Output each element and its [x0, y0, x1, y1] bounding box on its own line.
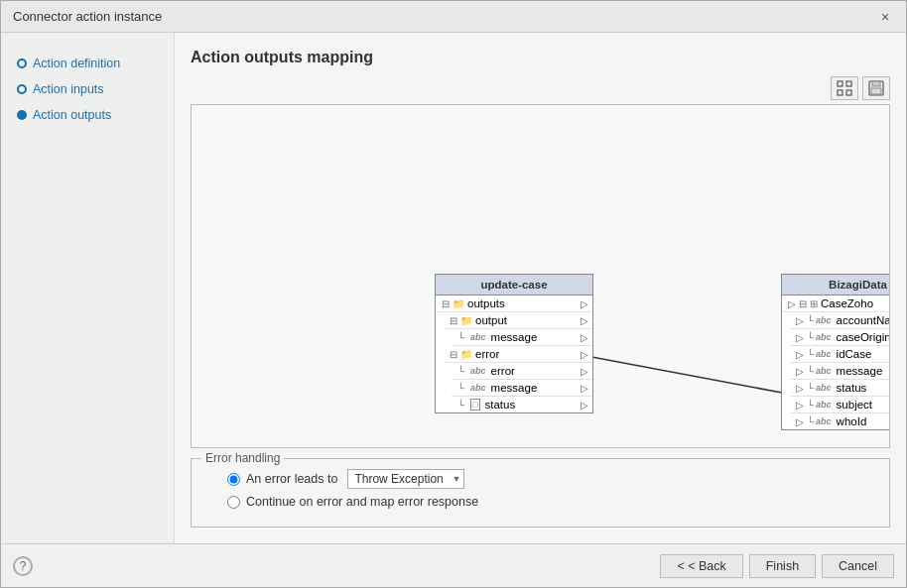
- abc-icon: abc: [816, 383, 832, 393]
- sidebar: Action definition Action inputs Action o…: [1, 33, 175, 543]
- table-row: └ abc message ▷: [452, 329, 592, 346]
- spacer: └: [807, 400, 814, 411]
- close-button[interactable]: ×: [876, 8, 894, 26]
- arrow-icon: ▷: [581, 315, 588, 326]
- footer: ? < < Back Finish Cancel: [1, 543, 906, 587]
- sidebar-item-action-definition[interactable]: Action definition: [11, 53, 164, 74]
- radio2-label: Continue on error and map error response: [246, 495, 478, 509]
- arrow-left-icon: ▷: [796, 315, 804, 326]
- error-handling-section: Error handling An error leads to Throw E…: [191, 458, 890, 528]
- arrow-icon: ▷: [581, 400, 588, 411]
- svg-rect-3: [846, 90, 851, 95]
- row-label: message: [837, 365, 883, 377]
- row-label: caseOrigin: [837, 331, 890, 343]
- arrow-icon: ▷: [581, 349, 588, 360]
- table-row: ▷ └ abc caseOrigin: [790, 329, 890, 346]
- arrow-left-icon: ▷: [796, 349, 804, 360]
- arrow-icon: ▷: [581, 298, 588, 309]
- table-row: ⊟ 📁 outputs ▷: [436, 295, 592, 312]
- radio-row-1: An error leads to Throw Exception Catch …: [227, 469, 873, 489]
- table-row: └ abc error ▷: [452, 363, 592, 380]
- error-handling-legend: Error handling: [201, 451, 284, 465]
- right-table-header: BizagiData: [782, 275, 890, 295]
- folder-icon: 📁: [453, 298, 464, 309]
- spacer: └: [807, 366, 814, 377]
- radio-row-2: Continue on error and map error response: [227, 495, 873, 509]
- row-label: CaseZoho: [821, 297, 873, 309]
- arrow-icon: ▷: [581, 332, 588, 343]
- folder-icon: 📁: [460, 349, 472, 360]
- dropdown-wrapper: Throw Exception Catch Exception Ignore: [337, 469, 464, 489]
- spacer: └: [457, 366, 464, 377]
- sidebar-item-action-outputs[interactable]: Action outputs: [11, 104, 164, 126]
- spacer: └: [807, 332, 814, 343]
- row-label: message: [491, 331, 538, 343]
- expand-icon: ⊟: [450, 349, 457, 360]
- left-table-header: update-case: [436, 275, 592, 295]
- row-label: status: [485, 399, 516, 411]
- help-button[interactable]: ?: [13, 556, 33, 576]
- footer-buttons: < < Back Finish Cancel: [660, 554, 894, 578]
- row-label: whoId: [837, 415, 867, 427]
- expand-icon: ⊟: [450, 315, 457, 326]
- back-button[interactable]: < < Back: [660, 554, 742, 578]
- table-row: ▷ ⊟ ⊞ CaseZoho: [782, 295, 890, 312]
- row-label: accountName: [837, 314, 890, 326]
- cancel-button[interactable]: Cancel: [822, 554, 894, 578]
- table-row: ▷ └ abc status: [790, 380, 890, 397]
- box-icon: □: [470, 399, 479, 411]
- dialog: Connector action instance × Action defin…: [0, 0, 907, 588]
- table-row: ▷ └ abc accountName: [790, 312, 890, 329]
- table-row: ⊟ 📁 error ▷: [444, 346, 592, 363]
- abc-icon: abc: [470, 332, 486, 342]
- folder-icon: 📁: [460, 315, 472, 326]
- expand-icon: ⊟: [799, 298, 807, 309]
- expand-icon: ⊟: [442, 298, 450, 309]
- expand-icon[interactable]: [831, 76, 858, 100]
- arrow-icon: ▷: [581, 383, 588, 394]
- table-row: ▷ └ abc whoId: [790, 413, 890, 429]
- expand-svg: [837, 80, 852, 96]
- svg-rect-1: [846, 81, 851, 86]
- abc-icon: abc: [816, 416, 832, 426]
- table-row: ⊟ 📁 output ▷: [444, 312, 592, 329]
- abc-icon: abc: [470, 366, 486, 376]
- row-label: message: [491, 382, 538, 394]
- spacer: └: [807, 416, 814, 427]
- arrow-left-icon: ▷: [796, 400, 804, 411]
- spacer: └: [457, 332, 464, 343]
- row-label: output: [475, 314, 507, 326]
- spacer: └: [457, 400, 464, 411]
- dialog-title: Connector action instance: [13, 9, 162, 24]
- footer-left: ?: [13, 556, 33, 576]
- spacer: └: [807, 383, 814, 394]
- arrow-left-icon: ▷: [796, 366, 804, 377]
- svg-rect-6: [871, 88, 881, 94]
- toolbar: [191, 76, 890, 100]
- sidebar-item-action-inputs[interactable]: Action inputs: [11, 78, 164, 100]
- main-area: Action definition Action inputs Action o…: [1, 33, 906, 543]
- continue-on-error-radio[interactable]: [227, 496, 240, 509]
- row-label: subject: [837, 399, 872, 411]
- mapping-inner: update-case ⊟ 📁 outputs ▷ ⊟ 📁 outpu: [192, 105, 889, 447]
- throw-exception-dropdown[interactable]: Throw Exception Catch Exception Ignore: [347, 469, 464, 489]
- arrow-left-icon: ▷: [788, 298, 796, 309]
- grid-icon: ⊞: [810, 298, 818, 309]
- radio1-label: An error leads to: [246, 472, 337, 486]
- svg-rect-2: [838, 90, 842, 95]
- save-svg: [868, 80, 884, 96]
- abc-icon: abc: [816, 332, 832, 342]
- finish-button[interactable]: Finish: [749, 554, 816, 578]
- table-row: ▷ └ abc subject: [790, 397, 890, 413]
- row-label: error: [491, 365, 515, 377]
- abc-icon: abc: [816, 349, 832, 359]
- error-leads-to-radio[interactable]: [227, 473, 240, 486]
- spacer: └: [807, 349, 814, 360]
- spacer: └: [457, 383, 464, 394]
- arrow-icon: ▷: [581, 366, 588, 377]
- arrow-left-icon: ▷: [796, 416, 804, 427]
- save-icon[interactable]: [862, 76, 890, 100]
- arrow-left-icon: ▷: [796, 332, 804, 343]
- table-row: └ abc message ▷: [452, 380, 592, 397]
- page-title: Action outputs mapping: [191, 49, 890, 66]
